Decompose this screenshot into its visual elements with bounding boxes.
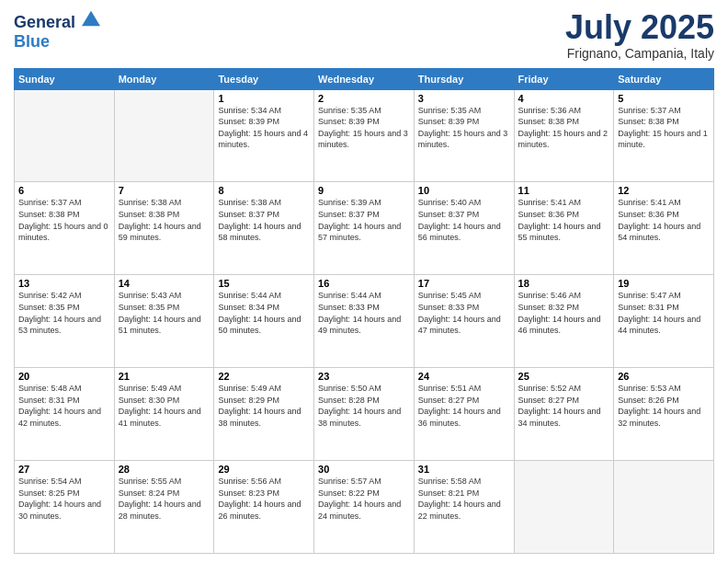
weekday-header-sunday: Sunday [15, 68, 115, 89]
day-cell [114, 89, 214, 182]
day-cell [15, 89, 115, 182]
location-subtitle: Frignano, Campania, Italy [565, 46, 714, 61]
day-number: 1 [218, 93, 310, 104]
day-info: Sunrise: 5:42 AMSunset: 8:35 PMDaylight:… [18, 290, 110, 336]
day-cell: 21Sunrise: 5:49 AMSunset: 8:30 PMDayligh… [114, 368, 214, 461]
day-cell: 8Sunrise: 5:38 AMSunset: 8:37 PMDaylight… [214, 182, 314, 275]
day-info: Sunrise: 5:44 AMSunset: 8:34 PMDaylight:… [218, 290, 310, 336]
svg-marker-0 [82, 11, 100, 26]
day-info: Sunrise: 5:49 AMSunset: 8:29 PMDaylight:… [218, 383, 310, 429]
day-number: 6 [18, 185, 110, 196]
day-number: 7 [119, 185, 210, 196]
logo-icon [82, 9, 100, 28]
day-number: 9 [318, 185, 410, 196]
weekday-header-saturday: Saturday [614, 68, 714, 89]
day-info: Sunrise: 5:37 AMSunset: 8:38 PMDaylight:… [18, 197, 110, 243]
day-info: Sunrise: 5:39 AMSunset: 8:37 PMDaylight:… [318, 197, 410, 243]
day-number: 4 [518, 93, 610, 104]
day-info: Sunrise: 5:44 AMSunset: 8:33 PMDaylight:… [318, 290, 410, 336]
day-info: Sunrise: 5:34 AMSunset: 8:39 PMDaylight:… [218, 105, 310, 151]
day-number: 25 [518, 371, 610, 382]
header: General Blue July 2025 Frignano, Campani… [14, 9, 714, 61]
day-info: Sunrise: 5:41 AMSunset: 8:36 PMDaylight:… [618, 197, 710, 243]
day-info: Sunrise: 5:58 AMSunset: 8:21 PMDaylight:… [418, 476, 510, 522]
day-cell: 30Sunrise: 5:57 AMSunset: 8:22 PMDayligh… [314, 461, 415, 554]
day-cell: 14Sunrise: 5:43 AMSunset: 8:35 PMDayligh… [114, 275, 214, 368]
day-number: 12 [618, 185, 710, 196]
day-cell: 7Sunrise: 5:38 AMSunset: 8:38 PMDaylight… [114, 182, 214, 275]
day-number: 21 [119, 371, 210, 382]
day-number: 11 [518, 185, 610, 196]
day-cell: 10Sunrise: 5:40 AMSunset: 8:37 PMDayligh… [414, 182, 514, 275]
day-number: 18 [518, 278, 610, 289]
day-info: Sunrise: 5:48 AMSunset: 8:31 PMDaylight:… [18, 383, 110, 429]
day-cell: 12Sunrise: 5:41 AMSunset: 8:36 PMDayligh… [614, 182, 714, 275]
day-number: 22 [218, 371, 310, 382]
day-number: 30 [318, 464, 410, 475]
weekday-header-row: SundayMondayTuesdayWednesdayThursdayFrid… [15, 68, 714, 89]
day-info: Sunrise: 5:55 AMSunset: 8:24 PMDaylight:… [119, 476, 210, 522]
day-cell: 2Sunrise: 5:35 AMSunset: 8:39 PMDaylight… [314, 89, 415, 182]
day-cell: 23Sunrise: 5:50 AMSunset: 8:28 PMDayligh… [314, 368, 415, 461]
day-cell: 27Sunrise: 5:54 AMSunset: 8:25 PMDayligh… [15, 461, 115, 554]
day-number: 31 [418, 464, 510, 475]
weekday-header-friday: Friday [514, 68, 614, 89]
day-cell: 20Sunrise: 5:48 AMSunset: 8:31 PMDayligh… [15, 368, 115, 461]
day-number: 8 [218, 185, 310, 196]
day-cell: 28Sunrise: 5:55 AMSunset: 8:24 PMDayligh… [114, 461, 214, 554]
day-cell: 15Sunrise: 5:44 AMSunset: 8:34 PMDayligh… [214, 275, 314, 368]
day-cell: 4Sunrise: 5:36 AMSunset: 8:38 PMDaylight… [514, 89, 614, 182]
day-cell: 11Sunrise: 5:41 AMSunset: 8:36 PMDayligh… [514, 182, 614, 275]
day-cell [614, 461, 714, 554]
day-info: Sunrise: 5:38 AMSunset: 8:38 PMDaylight:… [119, 197, 210, 243]
day-info: Sunrise: 5:56 AMSunset: 8:23 PMDaylight:… [218, 476, 310, 522]
day-info: Sunrise: 5:53 AMSunset: 8:26 PMDaylight:… [618, 383, 710, 429]
day-cell: 5Sunrise: 5:37 AMSunset: 8:38 PMDaylight… [614, 89, 714, 182]
day-info: Sunrise: 5:51 AMSunset: 8:27 PMDaylight:… [418, 383, 510, 429]
day-number: 14 [119, 278, 210, 289]
day-cell: 9Sunrise: 5:39 AMSunset: 8:37 PMDaylight… [314, 182, 415, 275]
day-cell: 17Sunrise: 5:45 AMSunset: 8:33 PMDayligh… [414, 275, 514, 368]
weekday-header-thursday: Thursday [414, 68, 514, 89]
day-info: Sunrise: 5:47 AMSunset: 8:31 PMDaylight:… [618, 290, 710, 336]
day-cell: 24Sunrise: 5:51 AMSunset: 8:27 PMDayligh… [414, 368, 514, 461]
day-number: 19 [618, 278, 710, 289]
week-row-5: 27Sunrise: 5:54 AMSunset: 8:25 PMDayligh… [15, 461, 714, 554]
day-cell: 25Sunrise: 5:52 AMSunset: 8:27 PMDayligh… [514, 368, 614, 461]
page: General Blue July 2025 Frignano, Campani… [0, 0, 728, 563]
weekday-header-wednesday: Wednesday [314, 68, 415, 89]
day-number: 17 [418, 278, 510, 289]
day-number: 24 [418, 371, 510, 382]
day-number: 3 [418, 93, 510, 104]
weekday-header-monday: Monday [114, 68, 214, 89]
day-info: Sunrise: 5:36 AMSunset: 8:38 PMDaylight:… [518, 105, 610, 151]
day-cell: 26Sunrise: 5:53 AMSunset: 8:26 PMDayligh… [614, 368, 714, 461]
day-number: 26 [618, 371, 710, 382]
logo-text: General [14, 9, 100, 32]
calendar-table: SundayMondayTuesdayWednesdayThursdayFrid… [14, 68, 714, 554]
day-info: Sunrise: 5:57 AMSunset: 8:22 PMDaylight:… [318, 476, 410, 522]
day-info: Sunrise: 5:40 AMSunset: 8:37 PMDaylight:… [418, 197, 510, 243]
day-cell: 19Sunrise: 5:47 AMSunset: 8:31 PMDayligh… [614, 275, 714, 368]
day-number: 29 [218, 464, 310, 475]
month-title: July 2025 [565, 9, 714, 46]
day-info: Sunrise: 5:38 AMSunset: 8:37 PMDaylight:… [218, 197, 310, 243]
week-row-2: 6Sunrise: 5:37 AMSunset: 8:38 PMDaylight… [15, 182, 714, 275]
day-number: 10 [418, 185, 510, 196]
day-cell: 1Sunrise: 5:34 AMSunset: 8:39 PMDaylight… [214, 89, 314, 182]
day-info: Sunrise: 5:54 AMSunset: 8:25 PMDaylight:… [18, 476, 110, 522]
day-cell: 16Sunrise: 5:44 AMSunset: 8:33 PMDayligh… [314, 275, 415, 368]
day-number: 16 [318, 278, 410, 289]
day-number: 2 [318, 93, 410, 104]
day-cell: 18Sunrise: 5:46 AMSunset: 8:32 PMDayligh… [514, 275, 614, 368]
week-row-1: 1Sunrise: 5:34 AMSunset: 8:39 PMDaylight… [15, 89, 714, 182]
day-info: Sunrise: 5:46 AMSunset: 8:32 PMDaylight:… [518, 290, 610, 336]
day-number: 13 [18, 278, 110, 289]
week-row-4: 20Sunrise: 5:48 AMSunset: 8:31 PMDayligh… [15, 368, 714, 461]
day-info: Sunrise: 5:45 AMSunset: 8:33 PMDaylight:… [418, 290, 510, 336]
day-info: Sunrise: 5:49 AMSunset: 8:30 PMDaylight:… [119, 383, 210, 429]
day-cell: 6Sunrise: 5:37 AMSunset: 8:38 PMDaylight… [15, 182, 115, 275]
day-number: 20 [18, 371, 110, 382]
day-info: Sunrise: 5:52 AMSunset: 8:27 PMDaylight:… [518, 383, 610, 429]
logo-blue: Blue [14, 32, 100, 52]
